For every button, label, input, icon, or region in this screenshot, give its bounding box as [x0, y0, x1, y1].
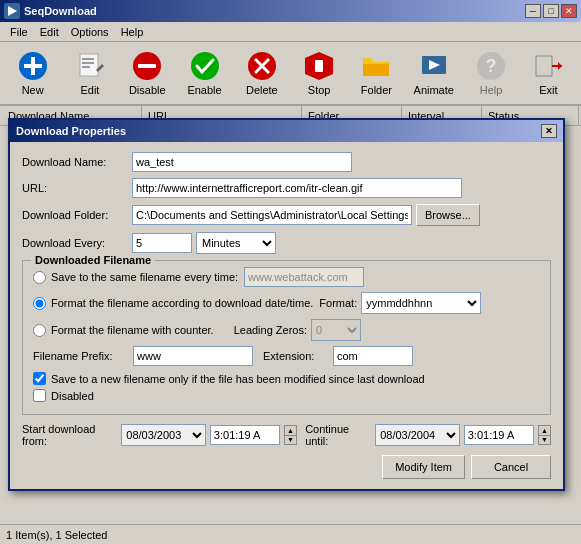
folder-label: Folder	[361, 84, 392, 96]
toolbar-folder-button[interactable]: Folder	[350, 46, 403, 100]
url-label: URL:	[22, 182, 132, 194]
prefix-label: Filename Prefix:	[33, 350, 133, 362]
folder-row: Download Folder: Browse...	[22, 204, 551, 226]
app-icon	[4, 3, 20, 19]
svg-rect-11	[138, 64, 156, 68]
radio3-label: Format the filename with counter.	[51, 324, 214, 336]
toolbar: New Edit Disable	[0, 42, 581, 106]
action-buttons-row: Modify Item Cancel	[22, 455, 551, 479]
toolbar-help-button[interactable]: ? Help	[464, 46, 517, 100]
restore-button[interactable]: □	[543, 4, 559, 18]
folder-icon	[360, 50, 392, 82]
date-range-row: Start download from: 08/03/2003 ▲ ▼ Cont…	[22, 423, 551, 447]
download-name-row: Download Name:	[22, 152, 551, 172]
app-title: SeqDownload	[24, 5, 525, 17]
leading-zeros-label: Leading Zeros:	[234, 324, 307, 336]
every-label: Download Every:	[22, 237, 132, 249]
url-row: URL:	[22, 178, 551, 198]
every-input[interactable]	[132, 233, 192, 253]
svg-rect-17	[315, 60, 323, 72]
check1-label: Save to a new filename only if the file …	[51, 373, 425, 385]
check-disabled-row: Disabled	[33, 389, 540, 402]
disable-icon	[131, 50, 163, 82]
format-select[interactable]: yymmddhhnn yyyymmddhhnn mmddyy	[361, 292, 481, 314]
end-time-spinner[interactable]: ▲ ▼	[538, 425, 551, 445]
extension-label: Extension:	[263, 350, 333, 362]
toolbar-enable-button[interactable]: Enable	[178, 46, 231, 100]
check-modified-row: Save to a new filename only if the file …	[33, 372, 540, 385]
modify-item-button[interactable]: Modify Item	[382, 455, 465, 479]
svg-rect-4	[24, 64, 42, 68]
enable-label: Enable	[187, 84, 221, 96]
toolbar-disable-button[interactable]: Disable	[121, 46, 174, 100]
format-label: Format:	[319, 297, 357, 309]
downloaded-filename-group: Downloaded Filename Save to the same fil…	[22, 260, 551, 415]
dialog-title-bar: Download Properties ✕	[10, 120, 563, 142]
svg-rect-22	[536, 56, 552, 76]
end-time-input[interactable]	[464, 425, 534, 445]
status-text: 1 Item(s), 1 Selected	[6, 529, 108, 541]
stop-icon	[303, 50, 335, 82]
animate-icon	[418, 50, 450, 82]
svg-point-12	[191, 52, 219, 80]
radio2-label: Format the filename according to downloa…	[51, 297, 313, 309]
end-date-select[interactable]: 08/03/2004	[375, 424, 460, 446]
start-time-input[interactable]	[210, 425, 280, 445]
edit-icon	[74, 50, 106, 82]
toolbar-edit-button[interactable]: Edit	[63, 46, 116, 100]
start-time-up[interactable]: ▲	[285, 426, 296, 436]
svg-text:?: ?	[486, 56, 497, 76]
browse-button[interactable]: Browse...	[416, 204, 480, 226]
delete-icon	[246, 50, 278, 82]
folder-label: Download Folder:	[22, 209, 132, 221]
radio1-label: Save to the same filename every time:	[51, 271, 238, 283]
start-time-spinner[interactable]: ▲ ▼	[284, 425, 297, 445]
menu-edit[interactable]: Edit	[34, 24, 65, 40]
check-modified[interactable]	[33, 372, 46, 385]
every-unit-select[interactable]: Minutes Hours Days	[196, 232, 276, 254]
radio-same-filename-row: Save to the same filename every time:	[33, 267, 540, 287]
toolbar-animate-button[interactable]: Animate	[407, 46, 460, 100]
dialog-close-button[interactable]: ✕	[541, 124, 557, 138]
radio-date-format[interactable]	[33, 297, 46, 310]
help-icon: ?	[475, 50, 507, 82]
end-time-up[interactable]: ▲	[539, 426, 550, 436]
url-input[interactable]	[132, 178, 462, 198]
folder-input[interactable]	[132, 205, 412, 225]
check-disabled[interactable]	[33, 389, 46, 402]
exit-icon	[532, 50, 564, 82]
menu-options[interactable]: Options	[65, 24, 115, 40]
continue-label: Continue until:	[305, 423, 371, 447]
toolbar-delete-button[interactable]: Delete	[235, 46, 288, 100]
prefix-input[interactable]	[133, 346, 253, 366]
menu-help[interactable]: Help	[115, 24, 150, 40]
download-name-label: Download Name:	[22, 156, 132, 168]
download-properties-dialog: Download Properties ✕ Download Name: URL…	[8, 118, 565, 491]
end-time-down[interactable]: ▼	[539, 436, 550, 445]
radio-counter[interactable]	[33, 324, 46, 337]
toolbar-exit-button[interactable]: Exit	[522, 46, 575, 100]
status-bar: 1 Item(s), 1 Selected	[0, 524, 581, 544]
help-label: Help	[480, 84, 503, 96]
download-name-input[interactable]	[132, 152, 352, 172]
stop-label: Stop	[308, 84, 331, 96]
toolbar-stop-button[interactable]: Stop	[292, 46, 345, 100]
dialog-body: Download Name: URL: Download Folder: Bro…	[10, 142, 563, 489]
start-time-down[interactable]: ▼	[285, 436, 296, 445]
minimize-button[interactable]: ─	[525, 4, 541, 18]
title-bar: SeqDownload ─ □ ✕	[0, 0, 581, 22]
window-controls: ─ □ ✕	[525, 4, 577, 18]
group-title: Downloaded Filename	[31, 254, 155, 266]
toolbar-new-button[interactable]: New	[6, 46, 59, 100]
cancel-button[interactable]: Cancel	[471, 455, 551, 479]
every-row: Download Every: Minutes Hours Days	[22, 232, 551, 254]
start-label: Start download from:	[22, 423, 117, 447]
menu-file[interactable]: File	[4, 24, 34, 40]
start-date-select[interactable]: 08/03/2003	[121, 424, 206, 446]
radio-same-filename[interactable]	[33, 271, 46, 284]
same-filename-input	[244, 267, 364, 287]
close-button[interactable]: ✕	[561, 4, 577, 18]
extension-input[interactable]	[333, 346, 413, 366]
new-icon	[17, 50, 49, 82]
edit-label: Edit	[80, 84, 99, 96]
